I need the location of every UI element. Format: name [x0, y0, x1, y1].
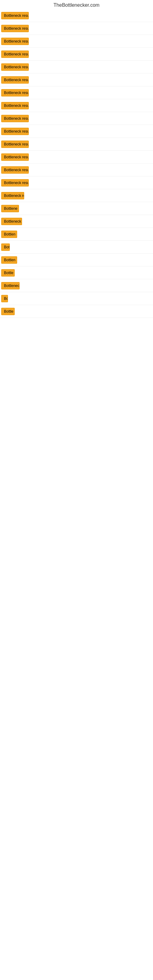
result-row[interactable]: Bottleneck result	[0, 125, 153, 138]
bottleneck-badge[interactable]: Bottle	[1, 308, 15, 315]
result-row[interactable]: Bot	[0, 241, 153, 254]
result-row[interactable]: Bottle	[0, 305, 153, 318]
result-row[interactable]: Bottleneck r	[0, 215, 153, 228]
bottleneck-badge[interactable]: Bottle	[1, 269, 15, 277]
bottleneck-badge[interactable]: Bottleneck result	[1, 102, 29, 109]
bottleneck-badge[interactable]: Bottleneck r	[1, 218, 22, 225]
bottleneck-badge[interactable]: Bottleneck result	[1, 128, 29, 135]
site-header: TheBottlenecker.com	[0, 0, 153, 9]
result-row[interactable]: Bottleneck result	[0, 138, 153, 151]
result-row[interactable]: Bottleneck result	[0, 112, 153, 125]
result-row[interactable]: Bottleneck result	[0, 60, 153, 73]
bottleneck-badge[interactable]: Bottleneck result	[1, 166, 29, 173]
results-list: Bottleneck resultBottleneck resultBottle…	[0, 9, 153, 318]
result-row[interactable]: Bottleneck result	[0, 99, 153, 112]
result-row[interactable]: Bottleneck result	[0, 73, 153, 86]
bottleneck-badge[interactable]: Bottleneck result	[1, 51, 29, 58]
result-row[interactable]: Bottleneck result	[0, 177, 153, 189]
result-row[interactable]: Bottlenec	[0, 279, 153, 292]
result-row[interactable]: Bottleneck result	[0, 48, 153, 60]
bottleneck-badge[interactable]: Bottlene	[1, 205, 19, 212]
bottleneck-badge[interactable]: Bottleneck re	[1, 192, 24, 199]
result-row[interactable]: Bottlen	[0, 254, 153, 266]
result-row[interactable]: Bottleneck result	[0, 164, 153, 177]
result-row[interactable]: Bottleneck result	[0, 86, 153, 99]
result-row[interactable]: Bottle	[0, 266, 153, 279]
result-row[interactable]: Bottleneck result	[0, 22, 153, 35]
bottleneck-badge[interactable]: Bottlenec	[1, 282, 19, 290]
bottleneck-badge[interactable]: Bo	[1, 295, 8, 302]
bottleneck-badge[interactable]: Bottleneck result	[1, 12, 29, 19]
bottleneck-badge[interactable]: Bottleneck result	[1, 25, 29, 32]
bottleneck-badge[interactable]: Bottleneck result	[1, 179, 29, 186]
result-row[interactable]: Bottleneck re	[0, 189, 153, 202]
result-row[interactable]: Bottleneck result	[0, 9, 153, 22]
bottleneck-badge[interactable]: Bottlen	[1, 231, 17, 238]
bottleneck-badge[interactable]: Bottleneck result	[1, 64, 29, 71]
bottleneck-badge[interactable]: Bot	[1, 243, 10, 251]
bottleneck-badge[interactable]: Bottleneck result	[1, 140, 29, 148]
bottleneck-badge[interactable]: Bottlen	[1, 256, 17, 264]
result-row[interactable]: Bottleneck result	[0, 151, 153, 164]
result-row[interactable]: Bottleneck result	[0, 35, 153, 48]
bottleneck-badge[interactable]: Bottleneck result	[1, 38, 29, 45]
bottleneck-badge[interactable]: Bottleneck result	[1, 89, 29, 97]
bottleneck-badge[interactable]: Bottleneck result	[1, 115, 29, 122]
result-row[interactable]: Bottlen	[0, 228, 153, 241]
bottleneck-badge[interactable]: Bottleneck result	[1, 153, 29, 161]
site-title: TheBottlenecker.com	[0, 0, 153, 9]
result-row[interactable]: Bottlene	[0, 202, 153, 215]
result-row[interactable]: Bo	[0, 292, 153, 305]
bottleneck-badge[interactable]: Bottleneck result	[1, 76, 29, 84]
